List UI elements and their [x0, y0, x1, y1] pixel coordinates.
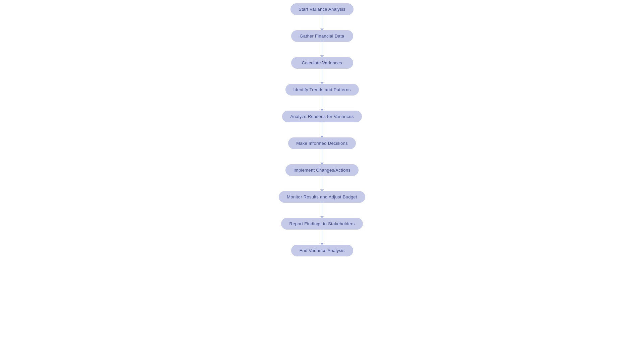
flow-node-analyze: Analyze Reasons for Variances [282, 111, 362, 122]
flow-node-gather: Gather Financial Data [291, 30, 353, 42]
flowchart-container: Start Variance AnalysisGather Financial … [0, 0, 644, 362]
flow-arrow-6 [322, 176, 322, 191]
flow-node-calculate: Calculate Variances [291, 57, 353, 69]
flow-arrow-0 [322, 15, 322, 30]
flow-arrow-2 [322, 69, 322, 84]
flow-node-implement: Implement Changes/Actions [285, 164, 359, 176]
flow-node-report: Report Findings to Stakeholders [281, 218, 363, 230]
flow-arrow-3 [322, 96, 322, 111]
flow-arrow-7 [322, 203, 322, 218]
flow-node-start: Start Variance Analysis [290, 3, 354, 15]
flow-arrow-5 [322, 149, 322, 164]
flow-arrow-1 [322, 42, 322, 57]
flow-node-identify: Identify Trends and Patterns [285, 84, 359, 96]
flow-node-decide: Make Informed Decisions [288, 137, 356, 149]
flow-node-monitor: Monitor Results and Adjust Budget [279, 191, 365, 203]
flow-arrow-8 [322, 230, 322, 245]
flow-arrow-4 [322, 122, 322, 137]
flow-node-end: End Variance Analysis [291, 245, 353, 256]
